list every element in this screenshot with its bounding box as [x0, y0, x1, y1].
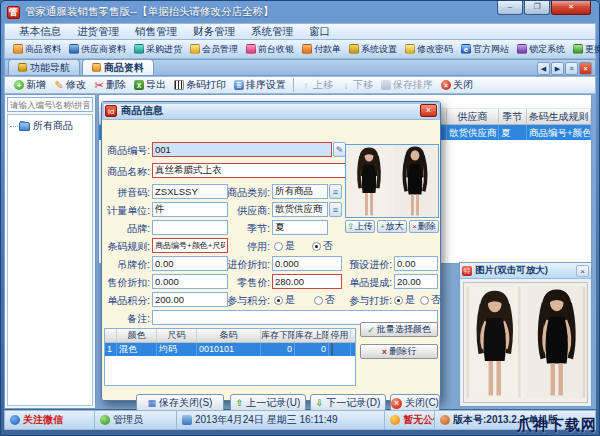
button-label: 导出: [146, 78, 166, 92]
toolbar-label: 官方网站: [473, 43, 509, 56]
sku-table-row[interactable]: 1 混色 均码 0010101 0 0: [105, 343, 355, 356]
dialog-close-icon[interactable]: ×: [420, 104, 437, 117]
tree-item-all-goods[interactable]: 所有商品: [10, 119, 90, 133]
preset-purchase-input[interactable]: [394, 256, 438, 271]
maximize-button[interactable]: ❐: [524, 1, 550, 15]
stock-min-header[interactable]: 库存下限: [261, 329, 295, 342]
barcode-print-button[interactable]: 条码打印: [170, 77, 230, 93]
notice-status[interactable]: 暂无公告: [385, 411, 435, 429]
menu-basic-info[interactable]: 基本信息: [11, 24, 69, 40]
toolbar-purchase[interactable]: 采购进货: [130, 41, 186, 58]
supplier-input[interactable]: [272, 202, 328, 217]
delete-button[interactable]: ✂删除: [90, 77, 130, 93]
save-sort-button[interactable]: 保存排序: [377, 77, 437, 93]
size-header[interactable]: 尺码: [157, 329, 197, 342]
menu-finance-management[interactable]: 财务管理: [185, 24, 243, 40]
announcement-icon: [390, 415, 400, 425]
toolbar-supplier-data[interactable]: 供应商资料: [65, 41, 130, 58]
tab-function-navigation[interactable]: 功能导航: [8, 59, 80, 75]
toolbar-label: 锁定系统: [529, 43, 565, 56]
minimize-button[interactable]: –: [497, 1, 523, 15]
tree-line: [10, 126, 18, 127]
toolbar-member-management[interactable]: 会员管理: [186, 41, 242, 58]
export-button[interactable]: X导出: [130, 77, 170, 93]
tab-goods-data[interactable]: 商品资料: [82, 59, 154, 75]
sku-table-header: 颜色 尺码 条码 库存下限 库存上限 停用: [105, 329, 355, 343]
purchase-discount-input[interactable]: [272, 256, 342, 271]
dialog-title-bar[interactable]: id 商品信息 ×: [102, 102, 440, 120]
brand-input[interactable]: [152, 220, 228, 235]
category-picker-icon[interactable]: ≡: [329, 184, 342, 199]
tab-scroll-left-icon[interactable]: ◀: [537, 62, 550, 75]
sort-icon: ≣: [234, 80, 244, 90]
radio-icon: [394, 296, 403, 305]
retail-price-input[interactable]: [272, 274, 342, 289]
unit-input[interactable]: [152, 202, 228, 217]
batch-select-color-button[interactable]: ✓批量选择颜色: [360, 322, 438, 337]
join-discount-yes-radio[interactable]: 是: [394, 293, 415, 307]
tab-close-icon[interactable]: ×: [579, 62, 592, 75]
image-panel-close-icon[interactable]: ×: [576, 265, 589, 277]
disabled-no-radio[interactable]: 否: [312, 239, 333, 253]
join-points-no-radio[interactable]: 否: [314, 293, 335, 307]
pinyin-input[interactable]: [152, 184, 228, 199]
tag-price-input[interactable]: [152, 256, 228, 271]
toolbar-system-settings[interactable]: 系统设置: [345, 41, 401, 58]
toolbar-label: 付款单: [314, 43, 341, 56]
menu-system-management[interactable]: 系统管理: [243, 24, 301, 40]
app-window: 管 管家通服装销售零售版--【单据抬头请修改分店全称】 – ❐ × 基本信息 进…: [0, 0, 600, 436]
disabled-yes-radio[interactable]: 是: [274, 239, 295, 253]
code-input[interactable]: [152, 142, 332, 157]
commission-input[interactable]: [394, 274, 438, 289]
join-discount-no-radio[interactable]: 否: [420, 293, 441, 307]
barcode-rule-input[interactable]: [152, 238, 228, 253]
user-icon: [100, 415, 110, 425]
stock-max-header[interactable]: 库存上限: [295, 329, 329, 342]
upload-photo-button[interactable]: ⇧上传: [345, 220, 375, 233]
tab-scroll-right-icon[interactable]: ▶: [551, 62, 564, 75]
toolbar-goods-data[interactable]: 商品资料: [9, 41, 65, 58]
move-up-button[interactable]: ↑上移: [297, 77, 337, 93]
grid-header-barcode-rule[interactable]: 条码生成规则: [527, 109, 591, 124]
wechat-status[interactable]: 关注微信: [5, 411, 95, 429]
join-points-yes-radio[interactable]: 是: [274, 293, 295, 307]
color-header[interactable]: 颜色: [117, 329, 157, 342]
menu-sales-management[interactable]: 销售管理: [127, 24, 185, 40]
edit-button[interactable]: ✎修改: [50, 77, 90, 93]
grid-header-season[interactable]: 季节: [499, 109, 527, 124]
toolbar-change-skin[interactable]: 更换皮肤▼: [569, 41, 600, 58]
zoom-photo-button[interactable]: +放大: [377, 220, 407, 233]
window-title: 管家通服装销售零售版--【单据抬头请修改分店全称】: [25, 5, 274, 19]
sale-discount-input[interactable]: [152, 274, 228, 289]
supplier-picker-icon[interactable]: ≡: [329, 202, 342, 217]
checkbox-icon[interactable]: [331, 343, 333, 355]
grid-header-supplier[interactable]: 供应商: [447, 109, 499, 124]
category-input[interactable]: [272, 184, 328, 199]
close-tab-button[interactable]: ×关闭: [437, 77, 477, 93]
toolbar-official-website[interactable]: e官方网站: [457, 41, 513, 58]
points-input[interactable]: [152, 292, 228, 307]
disabled-header[interactable]: 停用: [329, 329, 351, 342]
product-photo-large[interactable]: [463, 282, 588, 403]
button-label: 下移: [353, 78, 373, 92]
delete-row-button[interactable]: ×删除行: [360, 344, 438, 359]
product-photo-thumbnail[interactable]: [345, 144, 439, 218]
season-input[interactable]: [272, 220, 328, 235]
toolbar-payment-slip[interactable]: 付款单: [298, 41, 345, 58]
menu-window[interactable]: 窗口: [301, 24, 338, 40]
search-input[interactable]: [7, 97, 93, 112]
name-input[interactable]: [152, 163, 346, 178]
toolbar-change-password[interactable]: 修改密码: [401, 41, 457, 58]
close-button[interactable]: ×: [551, 1, 591, 15]
menu-purchase-management[interactable]: 进货管理: [69, 24, 127, 40]
current-user: 管理员: [95, 411, 177, 429]
delete-photo-button[interactable]: ×删除: [409, 220, 439, 233]
add-button[interactable]: +新增: [10, 77, 50, 93]
image-panel-title: 图片(双击可放大): [475, 264, 576, 277]
sort-settings-button[interactable]: ≣排序设置: [230, 77, 290, 93]
toolbar-lock-system[interactable]: 锁定系统: [513, 41, 569, 58]
tab-list-icon[interactable]: ≡: [565, 62, 578, 75]
move-down-button[interactable]: ↓下移: [337, 77, 377, 93]
toolbar-pos-cashier[interactable]: 前台收银: [242, 41, 298, 58]
barcode-header[interactable]: 条码: [197, 329, 261, 342]
